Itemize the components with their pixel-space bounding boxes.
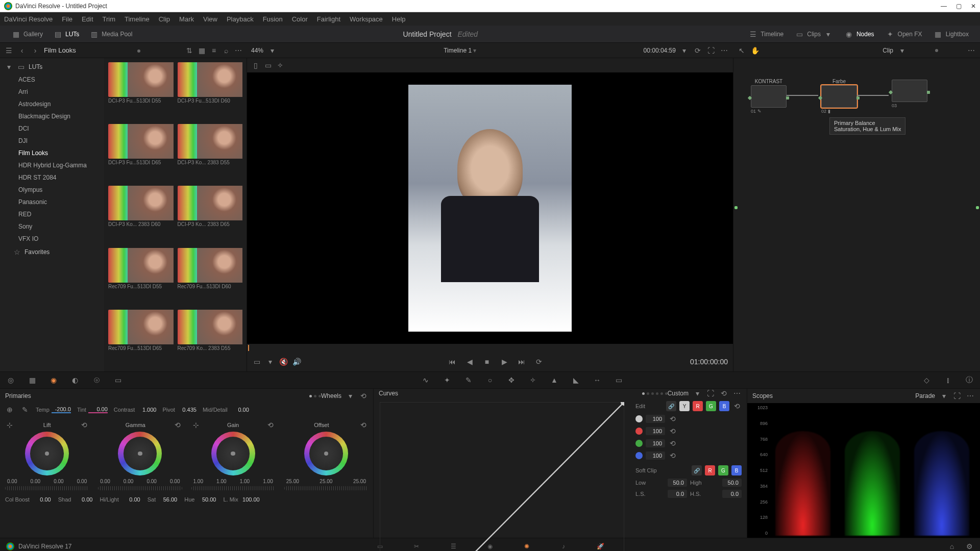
viewer-zoom[interactable]: 44%	[251, 47, 263, 54]
node[interactable]: 03	[890, 79, 929, 109]
contrast-value[interactable]: 1.000	[137, 407, 156, 413]
picker-icon[interactable]: ✎	[20, 405, 30, 414]
stop-icon[interactable]: ■	[482, 357, 492, 366]
reset-icon[interactable]: ⟲	[668, 439, 677, 448]
chevron-down-icon[interactable]: ▾	[939, 391, 948, 400]
3d-icon[interactable]: ▭	[614, 375, 623, 385]
colorchecker-icon[interactable]: ▦	[28, 375, 37, 385]
node[interactable]: KONTRAST 01 ✎	[749, 79, 789, 115]
maximize-button[interactable]: ▢	[956, 3, 962, 10]
more-icon[interactable]: ⋯	[966, 391, 975, 400]
chevron-down-icon[interactable]: ▾	[265, 357, 275, 366]
reset-icon[interactable]: ⟲	[266, 420, 275, 430]
unmix-icon[interactable]: ▭	[252, 357, 261, 366]
lut-tree-root[interactable]: ▾ ▭ LUTs	[0, 60, 104, 73]
lut-thumb[interactable]: Rec709 Ko... 2383 D55	[178, 310, 243, 367]
viewer-timecode[interactable]: 00:00:04:59	[644, 47, 676, 54]
reset-icon[interactable]: ⟲	[732, 402, 742, 411]
tracker-icon[interactable]: ✥	[507, 375, 516, 385]
lut-thumb[interactable]: Rec709 Fu...513DI D65	[108, 310, 174, 367]
picker-icon[interactable]: ⊹	[191, 420, 201, 430]
autobalance-icon[interactable]: ⊕	[5, 405, 14, 414]
menu-davinci[interactable]: DaVinci Resolve	[4, 15, 53, 23]
forward-icon[interactable]: ›	[31, 46, 40, 55]
home-icon[interactable]: ⌂	[947, 542, 957, 551]
lut-thumb[interactable]: Rec709 Fu...513DI D55	[108, 248, 174, 306]
more-icon[interactable]: ⋯	[234, 46, 243, 55]
list-toggle-icon[interactable]: ☰	[4, 46, 13, 55]
rgbmixer-icon[interactable]: ⦾	[92, 375, 101, 385]
hdr-icon[interactable]: ◐	[70, 375, 80, 385]
md-value[interactable]: 0.00	[230, 407, 249, 413]
g-channel[interactable]: G	[718, 465, 728, 475]
picker-icon[interactable]: ⊹	[5, 420, 14, 430]
lut-thumb[interactable]: DCI-P3 Ko... 2383 D55	[178, 124, 243, 182]
chevron-down-icon[interactable]: ▾	[897, 46, 906, 55]
expand-icon[interactable]: ⛶	[706, 389, 715, 398]
chevron-down-icon[interactable]: ▾	[346, 391, 355, 400]
menu-playback[interactable]: Playback	[227, 15, 254, 23]
link-icon[interactable]: 🔗	[692, 465, 702, 475]
menu-fairlight[interactable]: Fairlight	[317, 15, 340, 23]
softclip-high[interactable]: 50.0	[722, 479, 742, 487]
menu-fusion[interactable]: Fusion	[263, 15, 283, 23]
channel-val[interactable]: 100	[646, 427, 665, 435]
more-icon[interactable]: ⋯	[967, 46, 976, 55]
link-icon[interactable]: 🔗	[666, 401, 676, 411]
b-channel[interactable]: B	[719, 401, 729, 411]
search-icon[interactable]: ⌕	[222, 46, 231, 55]
chevron-down-icon[interactable]: ▾	[693, 389, 702, 398]
settings-icon[interactable]: ⚙	[965, 542, 974, 551]
scopes-icon[interactable]: ⫿	[943, 375, 952, 385]
curves-icon[interactable]: ∿	[421, 375, 430, 385]
close-button[interactable]: ✕	[971, 3, 976, 10]
expand-icon[interactable]: ⛶	[706, 46, 716, 55]
viewer-scrubber[interactable]	[247, 344, 733, 352]
lut-favorites[interactable]: ☆ Favorites	[0, 245, 104, 259]
reset-icon[interactable]: ⟲	[668, 451, 677, 460]
primaries-mode[interactable]: Wheels	[321, 392, 341, 399]
node-mode[interactable]: Clip	[883, 47, 893, 54]
lut-thumb[interactable]: DCI-P3 Fu...513DI D65	[108, 124, 174, 182]
lut-item[interactable]: Sony	[0, 220, 104, 233]
r-channel[interactable]: R	[693, 401, 703, 411]
more-icon[interactable]: ⋯	[720, 46, 729, 55]
bypass-icon[interactable]: ⟳	[693, 46, 702, 55]
reset-icon[interactable]: ⟲	[668, 414, 677, 423]
gamma-wheel[interactable]: Gamma⟲ 0.000.000.000.00	[98, 420, 182, 490]
first-frame-icon[interactable]: ⏮	[448, 357, 457, 366]
node-canvas[interactable]: KONTRAST 01 ✎ Farbe 02 ▮ 03 Primary Bala…	[733, 58, 980, 371]
lut-item[interactable]: Panasonic	[0, 196, 104, 208]
luts-button[interactable]: ▤LUTs	[48, 28, 84, 41]
softclip-ls[interactable]: 0.0	[668, 490, 687, 498]
mediapool-button[interactable]: ▥Media Pool	[84, 28, 137, 41]
mute-icon[interactable]: 🔇	[279, 357, 288, 366]
hue-value[interactable]: 50.00	[197, 496, 216, 503]
viewer[interactable]	[247, 72, 733, 344]
last-frame-icon[interactable]: ⏭	[517, 357, 526, 366]
menu-edit[interactable]: Edit	[82, 15, 93, 23]
lut-item[interactable]: Film Looks	[0, 147, 104, 159]
menu-color[interactable]: Color	[292, 15, 308, 23]
lut-thumb[interactable]: DCI-P3 Fu...513DI D55	[108, 62, 174, 120]
softclip-low[interactable]: 50.0	[668, 479, 687, 487]
menu-timeline[interactable]: Timeline	[125, 15, 150, 23]
reset-icon[interactable]: ⟲	[359, 420, 368, 430]
menu-mark[interactable]: Mark	[179, 15, 194, 23]
list-view-icon[interactable]: ≡	[209, 46, 218, 55]
curves-mode[interactable]: Custom	[668, 390, 689, 397]
expand-icon[interactable]: ⛶	[952, 391, 962, 400]
r-channel[interactable]: R	[705, 465, 715, 475]
lut-item[interactable]: VFX IO	[0, 233, 104, 245]
lut-item[interactable]: HDR ST 2084	[0, 171, 104, 184]
menu-help[interactable]: Help	[392, 15, 406, 23]
lut-item[interactable]: RED	[0, 208, 104, 220]
lightbox-button[interactable]: ▦Lightbox	[928, 28, 974, 41]
hand-icon[interactable]: ✋	[750, 46, 760, 55]
splith-icon[interactable]: ▭	[263, 61, 273, 70]
lut-item[interactable]: ACES	[0, 73, 104, 86]
lut-item[interactable]: Olympus	[0, 184, 104, 196]
speaker-icon[interactable]: 🔊	[292, 357, 301, 366]
chevron-down-icon[interactable]: ▾	[267, 46, 277, 55]
temp-value[interactable]: -200.0	[52, 406, 71, 413]
